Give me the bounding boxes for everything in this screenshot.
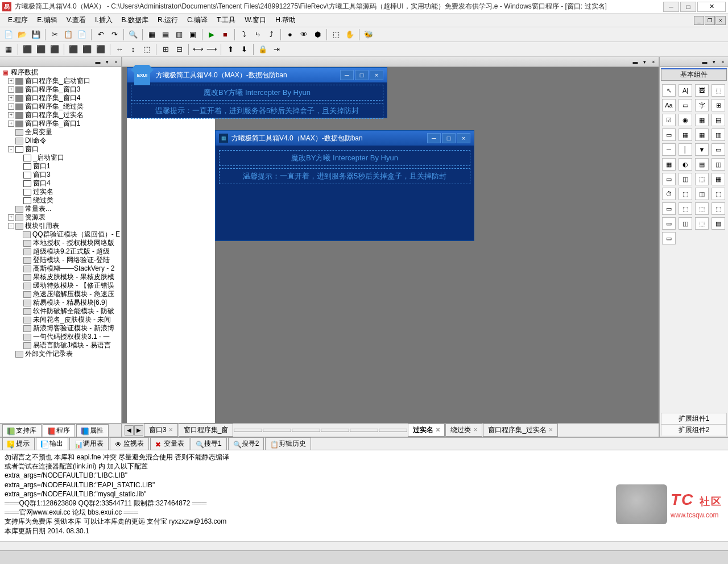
redo-button[interactable]: ↷: [108, 28, 121, 41]
palette-item-23[interactable]: ◫: [712, 158, 725, 171]
btab-output[interactable]: 📄输出: [36, 437, 68, 450]
menu-edit[interactable]: E.编辑: [32, 14, 61, 26]
copy-button[interactable]: 📋: [62, 28, 75, 41]
palette-item-15[interactable]: ▥: [712, 128, 725, 141]
tree-node[interactable]: 全局变量: [0, 128, 121, 136]
watch-button[interactable]: 👁: [297, 28, 310, 41]
step-out-button[interactable]: ⤴: [265, 28, 278, 41]
tree-node[interactable]: 高斯模糊——StackVery - 2: [0, 264, 121, 273]
tree-node[interactable]: 外部文件记录表: [0, 350, 121, 358]
tree-node[interactable]: 常量表...: [0, 205, 121, 213]
tree-node[interactable]: 果核皮肤模块 - 果核皮肤模: [0, 273, 121, 281]
breakpoint-button[interactable]: ●: [284, 28, 296, 41]
palette-item-16[interactable]: ─: [662, 143, 676, 156]
btab-tips[interactable]: 💡提示: [2, 437, 35, 450]
palette-item-14[interactable]: ▦: [695, 128, 709, 141]
palette-item-40[interactable]: ▭: [662, 232, 676, 244]
layout2-button[interactable]: ▤: [159, 28, 172, 41]
same-width-button[interactable]: ↔: [113, 43, 126, 56]
form1-max-button[interactable]: □: [355, 70, 369, 80]
lefttab-support[interactable]: 📗支持库: [2, 424, 42, 437]
tree-node[interactable]: -窗口: [0, 145, 121, 154]
save-button[interactable]: 💾: [30, 28, 42, 41]
tab-winset2[interactable]: 窗口程序集_过实名×: [483, 424, 558, 437]
palette-item-30[interactable]: ◫: [695, 188, 709, 200]
run-button[interactable]: ▶: [205, 28, 218, 41]
tree-node[interactable]: 窗口4: [0, 179, 121, 188]
layout1-button[interactable]: ▦: [146, 28, 158, 41]
right-close-button[interactable]: ×: [719, 58, 727, 66]
center-v-button[interactable]: ⊟: [173, 43, 185, 56]
palette-item-5[interactable]: ▭: [679, 99, 692, 111]
center-h-button[interactable]: ⊞: [159, 43, 172, 56]
hand-button[interactable]: ✋: [344, 28, 356, 41]
palette-item-13[interactable]: ▦: [679, 128, 692, 141]
palette-item-37[interactable]: ◫: [679, 217, 692, 230]
step-over-button[interactable]: ⤵: [238, 28, 250, 41]
menu-window[interactable]: W.窗口: [240, 14, 271, 26]
menu-help[interactable]: H.帮助: [271, 14, 300, 26]
tree-node[interactable]: 过实名: [0, 188, 121, 196]
center-pin-button[interactable]: ▬: [631, 58, 639, 66]
bring-front-button[interactable]: ⬆: [224, 43, 237, 56]
align-right-button[interactable]: ⬛: [48, 43, 61, 56]
tree-node[interactable]: 新浪博客验证模块 - 新浪博: [0, 324, 121, 333]
palette-item-19[interactable]: ▭: [712, 143, 725, 156]
tree-node[interactable]: 窗口3: [0, 171, 121, 179]
align-center-button[interactable]: ⬛: [35, 43, 47, 56]
right-tab-ext2[interactable]: 扩展组件2: [661, 424, 727, 436]
open-button[interactable]: 📂: [16, 28, 28, 41]
tree-node[interactable]: +窗口程序集_过实名: [0, 111, 121, 119]
tree-node[interactable]: +窗口程序集_绕过类: [0, 102, 121, 111]
right-dropdown-button[interactable]: ▾: [710, 58, 718, 66]
tree-node[interactable]: 本地授权 - 授权模块网络版: [0, 239, 121, 247]
palette-item-1[interactable]: A|: [679, 84, 692, 97]
palette-item-39[interactable]: ▤: [712, 217, 725, 230]
project-tree[interactable]: ▣程序数据 +窗口程序集_启动窗口+窗口程序集_窗口3+窗口程序集_窗口4+窗口…: [0, 67, 121, 423]
palette-item-29[interactable]: ⬚: [679, 188, 692, 200]
paste-button[interactable]: 📄: [76, 28, 88, 41]
menu-database[interactable]: B.数据库: [117, 14, 153, 26]
cursor-button[interactable]: ⬚: [330, 28, 342, 41]
tab-window3[interactable]: 窗口3×: [144, 424, 178, 437]
form1-close-button[interactable]: ×: [370, 70, 383, 80]
lefttab-props[interactable]: 📘属性: [76, 424, 109, 437]
btab-vars[interactable]: ✖变量表: [150, 437, 189, 450]
layout4-button[interactable]: ▣: [187, 28, 199, 41]
menu-view[interactable]: V.查看: [62, 14, 90, 26]
btab-calls[interactable]: 📊调用表: [69, 437, 109, 450]
menu-tools[interactable]: T.工具: [212, 14, 240, 26]
right-tab-basic[interactable]: 基本组件: [661, 68, 727, 81]
btab-clip[interactable]: 📋剪辑历史: [265, 437, 311, 450]
tab-blank4[interactable]: [321, 429, 349, 432]
form1-min-button[interactable]: ─: [340, 70, 354, 80]
palette-item-31[interactable]: ⬚: [712, 188, 725, 200]
minimize-button[interactable]: ─: [663, 2, 679, 12]
tree-node[interactable]: Dll命令: [0, 136, 121, 145]
send-back-button[interactable]: ⬇: [238, 43, 250, 56]
tab-winset[interactable]: 窗口程序集_窗: [179, 424, 234, 437]
tree-node[interactable]: +窗口程序集_窗口1: [0, 119, 121, 128]
palette-item-32[interactable]: ▭: [662, 202, 676, 215]
palette-item-25[interactable]: ◫: [679, 173, 692, 185]
palette-item-38[interactable]: ⬚: [695, 217, 709, 230]
tree-node[interactable]: 未闻花名_皮肤模块 - 未闻: [0, 316, 121, 324]
layout3-button[interactable]: ▥: [173, 28, 185, 41]
tab-blank3[interactable]: [292, 429, 320, 432]
step-into-button[interactable]: ⤷: [251, 28, 264, 41]
left-dropdown-button[interactable]: ▾: [103, 58, 111, 66]
mdi-minimize-button[interactable]: _: [694, 16, 704, 25]
tree-node[interactable]: 超级模块9.2正式版 - 超级: [0, 247, 121, 256]
same-height-button[interactable]: ↕: [127, 43, 139, 56]
grid-button[interactable]: ▦: [2, 43, 15, 56]
stop-button[interactable]: ■: [219, 28, 231, 41]
tree-node[interactable]: 易语言防破J模块 - 易语言: [0, 341, 121, 350]
palette-item-35[interactable]: ⬚: [712, 202, 725, 215]
lock-button[interactable]: 🔒: [257, 43, 269, 56]
tree-node[interactable]: QQ群验证模块（返回值）- E: [0, 230, 121, 239]
form2-min-button[interactable]: ─: [427, 133, 441, 143]
space-h-button[interactable]: ⟷: [192, 43, 204, 56]
tree-node[interactable]: 急速压缩解压模块 - 急速压: [0, 290, 121, 298]
right-tab-ext1[interactable]: 扩展组件1: [661, 413, 727, 424]
find-button[interactable]: 🔍: [127, 28, 139, 41]
